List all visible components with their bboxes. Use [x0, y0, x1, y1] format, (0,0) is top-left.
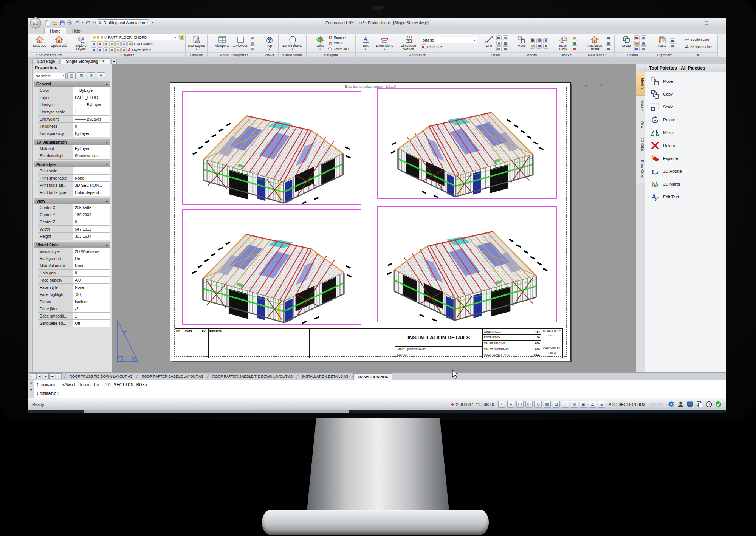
first-layout-button[interactable]: ⏮	[30, 373, 36, 379]
tool-3d-mirror[interactable]: 3D Mirror	[651, 179, 726, 189]
trim-tool-icon[interactable]	[543, 44, 548, 49]
layer-tool-icon[interactable]	[97, 41, 102, 46]
layer-properties-icon[interactable]	[179, 35, 184, 40]
app-logo[interactable]: EC	[30, 17, 41, 29]
open-file-icon[interactable]	[52, 20, 58, 26]
snap-mode-toggle[interactable]: ⊞	[553, 401, 560, 408]
layout-tab[interactable]: ROOF RAFTER SADDLE TIE DOWN LAYOUT A3	[209, 373, 296, 379]
layer-delete-button[interactable]: ✗ Layer Delete	[127, 47, 151, 52]
property-row[interactable]: Silhouette ed...Off	[38, 320, 110, 327]
property-row[interactable]: MaterialByLayer	[38, 145, 110, 152]
load-job-button[interactable]: Load Job	[30, 35, 49, 52]
redo-icon[interactable]	[85, 20, 91, 26]
tool-rotate[interactable]: Rotate	[651, 115, 726, 125]
space-indicator[interactable]: P:3D SECTION BOX	[609, 402, 646, 407]
new-layout-button[interactable]: New Layout ▾	[187, 35, 206, 52]
coordinates-readout[interactable]: 256.0867,-11.5393,0	[456, 402, 494, 407]
property-row[interactable]: Linetype———ByLayer	[38, 101, 110, 108]
layer-tool-icon[interactable]	[91, 47, 96, 52]
tool-explode[interactable]: Explode	[651, 153, 726, 163]
group-button[interactable]: Group	[619, 35, 634, 52]
prev-layout-button[interactable]: ◀	[36, 373, 42, 379]
layer-tool-icon[interactable]	[115, 41, 121, 46]
palette-grip[interactable]: ⋮⋮	[639, 66, 647, 70]
property-row[interactable]: TransparencyByLayer	[38, 130, 110, 137]
minimize-button[interactable]: –	[693, 20, 699, 25]
new-layout-tab-button[interactable]: +	[56, 373, 62, 379]
section-header[interactable]: Print style▲	[34, 161, 110, 167]
zoom-all-button[interactable]: Zoom All▾	[328, 46, 350, 52]
viewports-button[interactable]: Viewports	[213, 35, 232, 52]
revcloud-tool-icon[interactable]	[503, 35, 508, 40]
property-row[interactable]: Height303.1634	[38, 233, 110, 240]
child-restore-button[interactable]: ▢	[592, 83, 595, 88]
quick-select-icon[interactable]: ⊘	[87, 72, 95, 79]
viewport-3-icon[interactable]	[250, 41, 255, 46]
layer-combo[interactable]: PART_FLOOR_CHORD ▾	[91, 34, 178, 40]
palette-tab-draw-order[interactable]: Draw Order	[636, 155, 645, 183]
edit-block-icon[interactable]	[572, 41, 577, 46]
viewport-iso-4[interactable]	[377, 206, 557, 322]
tool-copy[interactable]: Copy	[651, 89, 726, 99]
snap-dots-toggle[interactable]: ⊙	[534, 401, 542, 408]
object-snap-tracking-toggle[interactable]: ∠	[589, 401, 596, 408]
section-line-button[interactable]: Section Line	[685, 37, 712, 43]
paste-button[interactable]: Paste	[655, 35, 669, 52]
orbit-button[interactable]: Orbit ▾	[313, 35, 328, 52]
layout-tab[interactable]: INSTALLATION DETAILS A3	[298, 373, 352, 379]
dimensions-button[interactable]: Dimensions ▾	[373, 35, 397, 52]
viewport-4-icon[interactable]	[250, 46, 255, 51]
qat-overflow-arrow[interactable]: ▾	[152, 21, 153, 24]
regen-button[interactable]: Regen▾	[328, 35, 350, 40]
property-row[interactable]: Linetype scale1	[38, 108, 110, 116]
mirror-tool-icon[interactable]	[536, 44, 542, 49]
object-snap-toggle[interactable]: ▣	[580, 401, 587, 408]
pan-button[interactable]: Pan▾	[328, 40, 350, 46]
insert-block-button[interactable]: Insert Block	[555, 35, 572, 52]
cursor-badge-toggle[interactable]: ▷	[525, 401, 533, 408]
palette-tab-inquiry[interactable]: Inquiry	[636, 96, 645, 116]
clock-icon[interactable]	[705, 401, 713, 408]
array-tool-icon[interactable]	[536, 38, 542, 43]
workspace-selector[interactable]: ⚙ Drafting and Annotation ▾	[95, 19, 150, 26]
tab-home[interactable]: Home	[44, 28, 66, 34]
property-row[interactable]: Halo gap0	[38, 270, 110, 277]
close-command-icon[interactable]: ✕	[30, 381, 33, 385]
property-row[interactable]: Face highlight-30	[38, 291, 110, 298]
dim-style-combo[interactable]: DIM 50 ▾	[421, 37, 477, 43]
close-button[interactable]: ×	[714, 20, 720, 25]
palette-tab-3d-orbit[interactable]: 3D Orbit	[636, 133, 645, 155]
viewport-iso-2[interactable]	[377, 88, 557, 199]
block-attr-icon[interactable]	[572, 46, 577, 51]
property-row[interactable]: Print table typeColor-depend...	[38, 189, 110, 196]
cut-scissors-icon[interactable]	[670, 38, 675, 43]
viewport-iso-1[interactable]	[182, 91, 361, 205]
installation-details-button[interactable]: Installation Details	[584, 35, 606, 52]
property-row[interactable]: Face opacity-60	[38, 277, 110, 284]
viewport-iso-3[interactable]	[182, 209, 361, 325]
layer-tool-icon[interactable]	[91, 41, 96, 46]
frame-ref-icon[interactable]	[606, 46, 611, 51]
next-layout-button[interactable]: ▶	[43, 373, 49, 379]
select-all-icon[interactable]	[641, 46, 646, 51]
layer-match-button[interactable]: Layer Match	[127, 41, 153, 46]
dimension-section-button[interactable]: Dimension Section	[397, 35, 420, 52]
tool-delete[interactable]: Delete	[651, 140, 726, 150]
tool-edit-text[interactable]: Edit Text...	[651, 192, 726, 202]
palette-tab-modify[interactable]: Modify	[636, 72, 645, 96]
ortho-mode-toggle[interactable]: ∟	[562, 401, 569, 408]
tool-move[interactable]: Move	[651, 76, 726, 86]
property-row[interactable]: LayerPART_FLOO...	[38, 94, 110, 101]
user-icon[interactable]	[677, 401, 684, 408]
grid-display-toggle[interactable]: ▦	[544, 401, 551, 408]
layer-tool-icon[interactable]	[121, 41, 127, 46]
undo-icon[interactable]	[74, 20, 81, 26]
property-row[interactable]: Edge jitter-2	[38, 305, 110, 313]
copy-clip-icon[interactable]	[670, 43, 675, 48]
elevation-line-button[interactable]: Elevation Line	[685, 44, 712, 50]
layer-tool-icon[interactable]	[109, 41, 115, 46]
clip-ref-icon[interactable]	[606, 41, 611, 46]
layer-tool-icon[interactable]	[103, 47, 108, 52]
drawing-canvas[interactable]: – ▢ × Beta test template version 1.0.1.0	[112, 64, 636, 372]
select-objects-icon[interactable]: ⊞	[77, 72, 85, 79]
